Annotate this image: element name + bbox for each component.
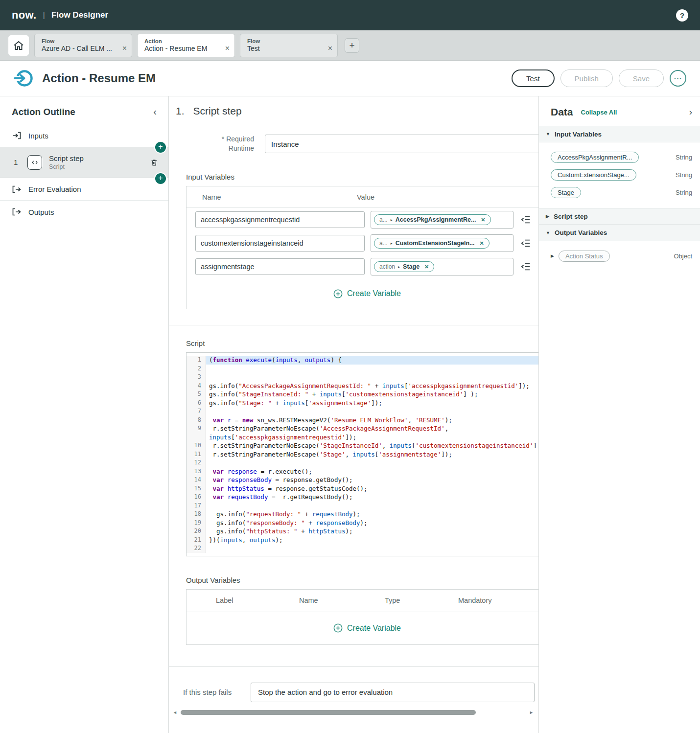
data-pill[interactable]: CustomExtensionStage... (551, 169, 636, 181)
failure-behavior-select[interactable]: Stop the action and go to error evaluati… (251, 683, 535, 702)
code-text: (function execute(inputs, outputs) { (206, 356, 538, 365)
data-pill-picker-button[interactable] (518, 259, 533, 274)
delete-step-button[interactable] (150, 158, 159, 167)
remove-pill-icon[interactable]: ✕ (481, 217, 485, 223)
data-output-variables-section-header[interactable]: ▼ Output Variables (539, 225, 700, 241)
caret-right-icon: ▶ (546, 214, 549, 219)
action-icon (14, 69, 33, 88)
sidebar-item-inputs[interactable]: Inputs (0, 124, 168, 147)
create-output-variable-button[interactable]: Create Variable (187, 612, 538, 644)
pill-label: CustomExtensionStageIn... (396, 240, 475, 247)
create-input-variable-button[interactable]: Create Variable (187, 278, 538, 309)
data-input-variables-section-header[interactable]: ▼ Input Variables (539, 126, 700, 142)
tab-close-icon[interactable]: × (328, 44, 332, 53)
name-column-header: Name (299, 596, 385, 604)
editor-tab[interactable]: FlowAzure AD - Call ELM ...× (34, 34, 132, 57)
input-variables-table: Name Value a...▸AccessPkgAssignmentRe...… (186, 186, 538, 309)
data-script-step-section-header[interactable]: ▶ Script step (539, 208, 700, 225)
home-button[interactable] (8, 35, 29, 56)
data-pill[interactable]: AccessPkgAssignmentR... (551, 152, 639, 163)
editor-tab[interactable]: FlowTest× (240, 34, 338, 57)
remove-pill-icon[interactable]: ✕ (424, 264, 429, 270)
variable-value-field[interactable]: action▸Stage✕ (371, 258, 513, 275)
help-button[interactable]: ? (676, 9, 688, 22)
variable-name-input[interactable] (195, 258, 365, 275)
tab-close-icon[interactable]: × (122, 44, 127, 53)
tab-list: FlowAzure AD - Call ELM ...×ActionAction… (34, 34, 338, 57)
code-text (206, 373, 538, 382)
logo-divider: | (43, 10, 45, 20)
step-label: Script step (49, 154, 150, 162)
data-pill-picker-button[interactable] (518, 236, 533, 251)
label-column-header: Label (187, 596, 299, 604)
code-text (206, 544, 538, 553)
more-actions-button[interactable]: ... (670, 70, 686, 87)
circle-plus-icon (333, 289, 343, 298)
remove-pill-icon[interactable]: ✕ (480, 240, 484, 247)
code-line: 16 var requestBody = r.getRequestBody(); (187, 493, 538, 502)
data-input-pills: AccessPkgAssignmentR...StringCustomExten… (539, 142, 700, 208)
tab-title: Azure AD - Call ELM ... (42, 45, 118, 52)
tab-type-label: Flow (42, 38, 127, 44)
runtime-input[interactable] (265, 135, 538, 153)
script-editor[interactable]: 1(function execute(inputs, outputs) {2 3… (186, 352, 538, 556)
line-number: 9 (187, 424, 206, 433)
body: Action Outline ‹ Inputs 1 Script step Sc… (0, 96, 700, 733)
script-icon (27, 155, 42, 170)
collapse-all-button[interactable]: Collapse All (581, 109, 689, 116)
editor-tab[interactable]: ActionAction - Resume EM× (137, 34, 235, 57)
scroll-right-button[interactable]: ► (529, 710, 534, 715)
runtime-field-label: * Required Runtime (176, 135, 254, 153)
scrollbar-track[interactable] (180, 710, 527, 715)
code-text: })(inputs, outputs); (206, 536, 538, 545)
line-number: 3 (187, 373, 206, 382)
caret-down-icon: ▼ (546, 132, 550, 137)
data-pill[interactable]: a...▸CustomExtensionStageIn...✕ (374, 238, 490, 249)
step-heading-title: Script step (193, 105, 242, 117)
expand-icon[interactable]: ▶ (551, 253, 554, 258)
collapse-panel-icon[interactable]: › (689, 107, 692, 117)
scroll-left-button[interactable]: ◄ (173, 710, 177, 715)
data-pill[interactable]: Action Status (559, 251, 610, 262)
data-pill-picker-button[interactable] (518, 212, 533, 227)
line-number: 5 (187, 390, 206, 399)
sidebar-item-error-evaluation[interactable]: Error Evaluation (0, 178, 168, 201)
circle-plus-icon (333, 623, 343, 633)
insert-step-above-button[interactable]: + (155, 142, 166, 153)
variable-name-input[interactable] (195, 235, 365, 252)
publish-button[interactable]: Publish (560, 69, 613, 87)
page-header: Action - Resume EM Test Publish Save ... (0, 61, 700, 96)
code-text: r.setStringParameterNoEscape('Stage', in… (206, 450, 538, 459)
test-button[interactable]: Test (512, 69, 555, 87)
required-asterisk: * (222, 135, 224, 143)
save-button[interactable]: Save (619, 69, 664, 87)
scrollbar-thumb[interactable] (181, 710, 476, 715)
sidebar-item-outputs[interactable]: Outputs (0, 201, 168, 223)
collapse-sidebar-icon[interactable]: ‹ (153, 106, 157, 117)
horizontal-scrollbar: ◄ ► (173, 710, 534, 715)
line-number: 8 (187, 416, 206, 425)
inputs-icon (12, 131, 22, 140)
name-column-header: Name (187, 193, 357, 201)
new-tab-button[interactable]: + (345, 38, 359, 53)
line-number: 20 (187, 527, 206, 536)
variable-value-field[interactable]: a...▸CustomExtensionStageIn...✕ (371, 234, 513, 252)
failure-behavior-label: If this step fails (183, 688, 242, 696)
data-pill[interactable]: action▸Stage✕ (374, 261, 434, 272)
tab-close-icon[interactable]: × (225, 44, 230, 53)
line-number: 7 (187, 407, 206, 416)
variable-value-field[interactable]: a...▸AccessPkgAssignmentRe...✕ (371, 211, 513, 229)
error-evaluation-icon (12, 184, 22, 194)
sidebar-item-script-step[interactable]: 1 Script step Script (0, 147, 168, 178)
data-pill[interactable]: a...▸AccessPkgAssignmentRe...✕ (374, 214, 491, 225)
data-pill[interactable]: Stage (551, 187, 581, 198)
code-text (206, 407, 538, 416)
type-column-header: Type (385, 596, 458, 604)
code-line: 2 (187, 365, 538, 373)
value-column-header: Value (357, 193, 374, 201)
home-icon (13, 40, 24, 51)
insert-step-below-button[interactable]: + (155, 173, 166, 184)
variable-name-input[interactable] (195, 211, 365, 228)
code-line: 10 r.setStringParameterNoEscape('StageIn… (187, 441, 538, 450)
line-number: 17 (187, 502, 206, 510)
